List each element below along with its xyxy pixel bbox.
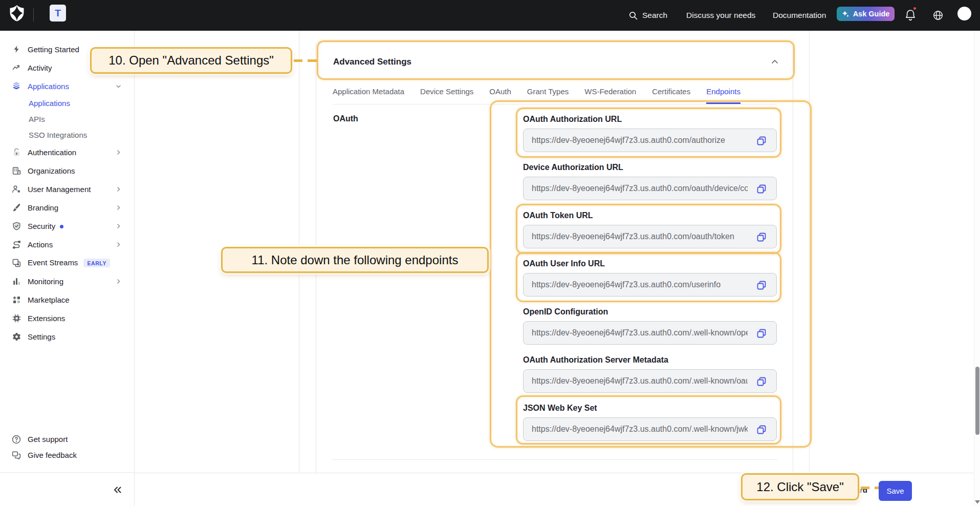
chevron-right-icon <box>116 150 121 155</box>
field-oauth-authorization-url: OAuth Authorization URL https://dev-8yeo… <box>523 114 777 124</box>
applications-sub-menu: Applications APIs SSO Integrations <box>0 95 134 143</box>
search-button[interactable]: Search <box>629 0 667 31</box>
sidebar-item-organizations[interactable]: Organizations <box>0 161 134 180</box>
activity-chart-icon <box>12 63 21 72</box>
paintbrush-icon <box>12 203 21 212</box>
chevron-up-icon[interactable] <box>771 58 779 66</box>
chevron-right-icon <box>116 223 121 229</box>
sidebar-item-security[interactable]: Security <box>0 217 134 235</box>
get-support-link[interactable]: Get support <box>0 431 134 447</box>
tab-oauth[interactable]: OAuth <box>489 80 511 104</box>
save-button[interactable]: Save <box>879 481 912 501</box>
ask-guide-button[interactable]: Ask Guide <box>837 7 895 21</box>
copy-icon[interactable] <box>756 425 767 435</box>
globe-language-icon[interactable] <box>933 9 943 22</box>
sidebar-item-user-management[interactable]: User Management <box>0 180 134 198</box>
device-authorization-url-input[interactable]: https://dev-8yeoenej64wjf7z3.us.auth0.co… <box>523 177 777 200</box>
page-scrollbar[interactable] <box>974 31 980 506</box>
user-avatar[interactable] <box>957 7 971 20</box>
bar-chart-icon <box>12 277 21 286</box>
chevron-down-icon <box>116 83 121 89</box>
sidebar-subitem-apis[interactable]: APIs <box>0 111 134 127</box>
field-openid-configuration: OpenID Configuration https://dev-8yeoene… <box>523 307 777 317</box>
field-label: OAuth Authorization URL <box>523 114 777 124</box>
field-oauth-token-url: OAuth Token URL https://dev-8yeoenej64wj… <box>523 210 777 221</box>
question-circle-icon <box>12 435 21 444</box>
sidebar-item-applications[interactable]: Applications <box>0 77 134 95</box>
sidebar-footer-divider <box>0 472 135 473</box>
gear-icon <box>12 332 21 341</box>
top-navigation-bar: T Search Discuss your needs Documentatio… <box>0 0 980 31</box>
openid-configuration-input[interactable]: https://dev-8yeoenej64wjf7z3.us.auth0.co… <box>523 321 777 345</box>
scrollbar-thumb[interactable] <box>975 367 979 435</box>
field-oauth-authorization-server-metadata: OAuth Authorization Server Metadata http… <box>523 355 777 365</box>
chat-bubbles-icon <box>12 451 21 460</box>
flow-connector-icon <box>12 240 21 249</box>
app-layers-icon <box>12 81 21 91</box>
field-label: OpenID Configuration <box>523 307 777 317</box>
oauth-user-info-url-input[interactable]: https://dev-8yeoenej64wjf7z3.us.auth0.co… <box>523 273 777 297</box>
notification-dot <box>912 6 917 11</box>
copy-icon[interactable] <box>756 280 767 290</box>
sidebar-item-extensions[interactable]: Extensions <box>0 309 134 327</box>
organization-building-icon <box>12 166 21 175</box>
sidebar-item-monitoring[interactable]: Monitoring <box>0 272 134 290</box>
security-notification-dot <box>60 225 63 228</box>
field-label: OAuth User Info URL <box>523 259 777 269</box>
tab-grant-types[interactable]: Grant Types <box>527 80 569 104</box>
field-oauth-user-info-url: OAuth User Info URL https://dev-8yeoenej… <box>523 259 777 269</box>
annotation-step-10: 10. Open "Advanced Settings" <box>90 47 292 74</box>
chevron-right-icon <box>116 279 121 284</box>
copy-icon[interactable] <box>756 376 767 387</box>
copy-icon[interactable] <box>756 136 767 146</box>
tab-application-metadata[interactable]: Application Metadata <box>333 80 404 104</box>
search-icon <box>629 11 638 20</box>
annotation-connector-line <box>860 487 879 489</box>
sidebar-item-settings[interactable]: Settings <box>0 327 134 346</box>
copy-icon[interactable] <box>756 328 767 339</box>
oauth-token-url-input[interactable]: https://dev-8yeoenej64wjf7z3.us.auth0.co… <box>523 225 777 248</box>
panel-bottom-divider <box>333 459 777 460</box>
tab-ws-federation[interactable]: WS-Federation <box>584 80 636 104</box>
documentation-link[interactable]: Documentation <box>773 0 826 31</box>
tab-endpoints[interactable]: Endpoints <box>706 80 741 104</box>
scrollbar-down-arrow[interactable] <box>974 499 980 504</box>
collapse-sidebar-button[interactable] <box>110 482 125 497</box>
discuss-your-needs-link[interactable]: Discuss your needs <box>686 0 755 31</box>
sidebar-item-marketplace[interactable]: Marketplace <box>0 290 134 309</box>
user-gear-icon <box>12 184 21 194</box>
nav-separator <box>33 8 34 22</box>
chevron-right-icon <box>116 186 121 192</box>
sidebar-item-event-streams[interactable]: Event StreamsEARLY <box>0 254 134 272</box>
annotation-step-12: 12. Click "Save" <box>741 473 859 500</box>
tenant-switcher-chip[interactable]: T <box>50 5 66 22</box>
ask-guide-label: Ask Guide <box>853 10 890 18</box>
tab-device-settings[interactable]: Device Settings <box>420 80 473 104</box>
shield-check-icon <box>12 221 21 230</box>
sidebar-subitem-applications[interactable]: Applications <box>0 95 134 111</box>
oauth-authorization-server-metadata-input[interactable]: https://dev-8yeoenej64wjf7z3.us.auth0.co… <box>523 369 777 393</box>
json-web-key-set-input[interactable]: https://dev-8yeoenej64wjf7z3.us.auth0.co… <box>523 417 777 441</box>
sidebar-item-actions[interactable]: Actions <box>0 235 134 254</box>
advanced-settings-title[interactable]: Advanced Settings <box>333 57 411 67</box>
sidebar-subitem-sso-integrations[interactable]: SSO Integrations <box>0 127 134 143</box>
tab-certificates[interactable]: Certificates <box>652 80 690 104</box>
copy-icon[interactable] <box>756 184 767 194</box>
search-label: Search <box>642 11 667 20</box>
chevron-right-icon <box>116 205 121 210</box>
grid-plus-icon <box>12 295 21 304</box>
sidebar-navigation: Getting Started Activity Applications <box>0 31 135 506</box>
field-label: OAuth Authorization Server Metadata <box>523 355 777 365</box>
field-label: OAuth Token URL <box>523 210 777 221</box>
sidebar-item-authentication[interactable]: Authentication <box>0 143 134 161</box>
sparkle-icon <box>842 10 850 18</box>
padlock-icon <box>12 147 21 157</box>
early-badge: EARLY <box>83 259 110 267</box>
chevron-right-icon <box>116 242 121 247</box>
copy-icon[interactable] <box>756 232 767 242</box>
oauth-authorization-url-input[interactable]: https://dev-8yeoenej64wjf7z3.us.auth0.co… <box>523 129 777 152</box>
sidebar-item-branding[interactable]: Branding <box>0 198 134 217</box>
field-device-authorization-url: Device Authorization URL https://dev-8ye… <box>523 162 777 173</box>
auth0-logo-icon[interactable] <box>10 5 24 22</box>
give-feedback-link[interactable]: Give feedback <box>0 447 134 463</box>
